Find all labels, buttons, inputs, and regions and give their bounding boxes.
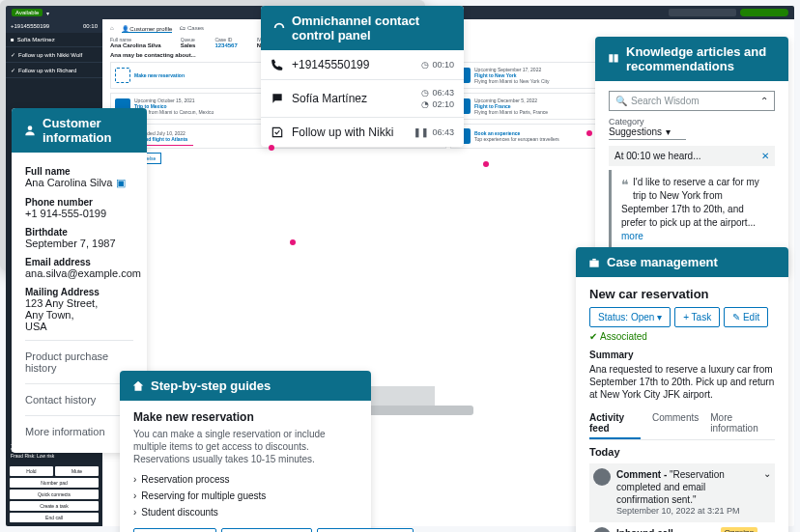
guide-title: Make new reservation [133,410,357,424]
transcript-quote: ❝ I'd like to reserve a car for my trip … [609,170,775,249]
tab-comments[interactable]: Comments [652,408,699,439]
tab-activity[interactable]: Activity feed [589,408,641,439]
fullname-value: Ana Carolina Silva ▣ [25,177,133,189]
chevron-up-icon: ⌃ [760,96,768,106]
hold-button[interactable]: Hold [10,466,53,476]
chevron-right-icon [133,507,136,518]
chevron-down-icon: ▾ [666,126,671,137]
call-controls: Hold Mute Number pad Quick connects Crea… [6,462,102,526]
panel-header: Knowledge articles and recommendations [595,37,788,81]
contact-name: Follow up with Nikki [292,126,406,139]
feed-item[interactable]: Comment - "Reservation completed and ema… [589,463,775,522]
mute-button[interactable]: Mute [55,466,99,476]
add-task-button[interactable]: + Task [674,307,720,327]
panel-header: Case management [576,247,788,277]
phone-icon [271,58,284,71]
more-info-link[interactable]: More information [25,420,133,443]
guide-step[interactable]: Reserving for multiple guests [133,488,357,504]
associated-indicator: ✔ Associated [589,331,647,342]
email-value: ana.silva@example.com [25,267,133,279]
status-pill[interactable] [740,9,788,16]
case-panel: Case management New car reservation Stat… [576,247,788,532]
birth-value: September 7, 1987 [25,238,133,249]
connector-dot [586,130,592,136]
contact-item[interactable]: ■ Sofía Martínez [6,33,102,47]
something-else-button[interactable]: It's something else [317,528,414,532]
ccp-contact-row[interactable]: +19145550199 ◷ 00:10 [261,50,464,80]
agent-status[interactable]: Available [12,9,43,16]
summary-label: Summary [589,350,775,360]
active-call[interactable]: +19145550199 00:10 [6,19,102,33]
plus-icon [115,68,130,83]
chat-icon [271,92,284,105]
call-icon [593,527,611,532]
search-input[interactable]: 🔍 Search Wisdom ⌃ [609,91,775,111]
case-tabs: Activity feed Comments More information [589,408,775,440]
contact-item[interactable]: ✓ Follow up with Nikki Wolf [6,47,102,63]
chevron-right-icon [133,474,136,485]
ccp-body: +19145550199 ◷ 00:10 Sofía Martínez ◷ 06… [261,50,464,147]
category-label: Category [609,117,775,126]
create-task-button[interactable]: Create a task [10,501,99,511]
chevron-right-icon [133,490,136,501]
home-icon [131,379,145,393]
phone-label: Phone number [25,197,133,208]
hotel-res-button[interactable]: Hotel reservation [221,528,312,532]
verified-icon: ▣ [116,177,126,188]
chevron-down-icon[interactable]: ⌄ [763,527,771,532]
edit-button[interactable]: ✎ Edit [724,307,768,327]
feed-day-heading: Today [589,446,775,458]
numpad-button[interactable]: Number pad [10,478,99,488]
guides-panel: Step-by-step guides Make new reservation… [120,371,371,532]
feed-item[interactable]: Inbound callSeptember 10, 2022 at 3:20 P… [589,522,775,532]
guide-step[interactable]: Student discounts [133,504,357,520]
ccp-contact-row[interactable]: Follow up with Nikki ❚❚ 06:43 [261,118,464,147]
contact-history-link[interactable]: Contact history [25,388,133,411]
close-icon[interactable]: ✕ [761,151,769,161]
case-title: New car reservation [589,287,775,301]
connector-line [145,145,193,146]
user-icon [23,124,37,137]
svg-point-0 [28,126,33,130]
tab-home[interactable]: ⌂ [110,25,114,33]
ccp-contact-row[interactable]: Sofía Martínez ◷ 06:43◔ 02:10 [261,80,464,118]
tab-customer-profile[interactable]: 👤 Customer profile [122,25,173,33]
contact-item[interactable]: ✓ Follow up with Richard [6,63,102,78]
ongoing-badge: Ongoing [721,527,757,532]
contact-control-panel: Omnichannel contact control panel +19145… [261,6,464,147]
birth-label: Birthdate [25,227,133,238]
comment-icon [593,468,611,486]
tab-more[interactable]: More information [710,408,775,439]
task-icon [271,126,284,139]
guide-description: You can make a single reservation or inc… [133,428,357,465]
end-call-button[interactable]: End call [10,513,99,522]
tab-cases[interactable]: 🗂 Cases [180,25,204,33]
connector-dot [269,145,274,151]
guide-step[interactable]: Reservation process [133,471,357,488]
search-icon: 🔍 [615,96,627,106]
knowledge-panel: Knowledge articles and recommendations 🔍… [595,37,788,275]
contact-name: +19145550199 [292,58,414,71]
connector-dot [483,161,489,167]
purchase-history-link[interactable]: Product purchase history [25,345,133,379]
chevron-down-icon[interactable]: ⌄ [763,468,771,518]
status-button[interactable]: Status: Open ▾ [589,307,671,327]
quick-connects-button[interactable]: Quick connects [10,490,99,499]
address-label: Mailing Address [25,287,133,297]
connector-dot [290,239,296,245]
heard-banner: At 00:10 we heard... ✕ [609,146,775,166]
email-label: Email address [25,257,133,267]
category-select[interactable]: Suggestions ▾ [609,126,686,140]
phone-value: +1 914-555-0199 [25,208,133,219]
fullname-label: Full name [25,166,133,177]
address-value: 123 Any Street,Any Town,USA [25,297,133,332]
quote-icon: ❝ [621,176,629,195]
contact-name: Sofía Martínez [292,92,414,105]
briefcase-icon [587,256,601,269]
more-link[interactable]: more [621,231,643,241]
panel-header: Omnichannel contact control panel [261,6,464,50]
car-res-button[interactable]: Car reservation [133,528,216,532]
dashboard-icon [272,21,286,35]
panel-header: Step-by-step guides [120,371,371,401]
global-search[interactable] [669,9,736,16]
